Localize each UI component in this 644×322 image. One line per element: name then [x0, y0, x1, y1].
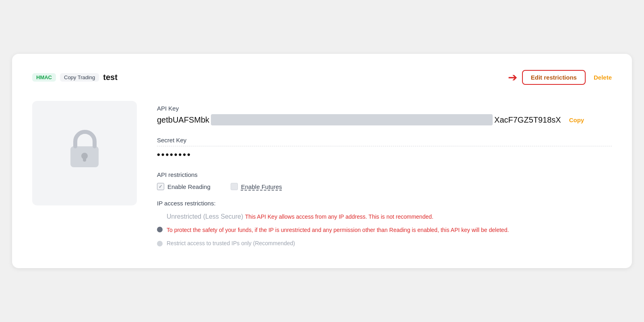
- details-section: API Key getbUAFSMbk XacF7GZ5T918sX Copy …: [157, 101, 612, 252]
- ip-restrict-radio[interactable]: [157, 241, 163, 246]
- api-key-start: getbUAFSMbk: [157, 115, 209, 125]
- secret-key-section: Secret Key ••••••••: [157, 137, 612, 160]
- secret-key-value: ••••••••: [157, 150, 612, 160]
- api-restrictions-label: API restrictions: [157, 171, 612, 178]
- ip-restrict-option: Restrict access to trusted IPs only (Rec…: [157, 240, 612, 246]
- ip-unrestricted-text: Unrestricted (Less Secure) This API Key …: [167, 213, 433, 220]
- main-card: HMAC Copy Trading test ➔ Edit restrictio…: [12, 54, 632, 268]
- enable-reading-checkbox[interactable]: ✓: [157, 183, 164, 190]
- badge-hmac: HMAC: [32, 73, 56, 82]
- header-right: ➔ Edit restrictions Delete: [508, 70, 612, 85]
- enable-reading-item: ✓ Enable Reading: [157, 183, 211, 190]
- api-key-end: XacF7GZ5T918sX: [494, 115, 561, 125]
- enable-futures-label: Enable Futures: [241, 183, 282, 190]
- enable-futures-checkbox[interactable]: [231, 183, 238, 190]
- ip-safety-radio[interactable]: [157, 227, 163, 232]
- secret-key-divider: [157, 146, 612, 146]
- badge-copy-trading: Copy Trading: [60, 73, 99, 82]
- lock-icon: [66, 129, 103, 177]
- lock-box: [32, 101, 137, 205]
- ip-unrestricted-label: Unrestricted (Less Secure): [167, 213, 243, 220]
- ip-unrestricted-warning: This API Key allows access from any IP a…: [245, 213, 433, 220]
- ip-unrestricted-spacer: [157, 214, 163, 219]
- ip-access-section: IP access restrictions: Unrestricted (Le…: [157, 200, 612, 246]
- enable-reading-label: Enable Reading: [167, 183, 211, 190]
- key-name: test: [103, 73, 118, 82]
- copy-api-key-button[interactable]: Copy: [569, 117, 584, 123]
- ip-safety-warning-text: To protect the safety of your funds, if …: [167, 226, 509, 234]
- card-header: HMAC Copy Trading test ➔ Edit restrictio…: [32, 70, 612, 85]
- restrictions-checks: ✓ Enable Reading Enable Futures: [157, 183, 612, 190]
- ip-unrestricted-option: Unrestricted (Less Secure) This API Key …: [157, 213, 612, 220]
- api-key-section: API Key getbUAFSMbk XacF7GZ5T918sX Copy: [157, 105, 612, 125]
- arrow-icon: ➔: [508, 71, 517, 84]
- enable-futures-item: Enable Futures: [231, 183, 282, 190]
- edit-restrictions-button[interactable]: Edit restrictions: [522, 70, 586, 85]
- api-key-row: getbUAFSMbk XacF7GZ5T918sX Copy: [157, 114, 612, 125]
- ip-access-title: IP access restrictions:: [157, 200, 612, 207]
- svg-rect-2: [83, 156, 86, 162]
- ip-restrict-label: Restrict access to trusted IPs only (Rec…: [167, 240, 295, 246]
- delete-button[interactable]: Delete: [594, 74, 612, 81]
- ip-safety-option: To protect the safety of your funds, if …: [157, 226, 612, 234]
- api-key-label: API Key: [157, 105, 612, 112]
- main-content: API Key getbUAFSMbk XacF7GZ5T918sX Copy …: [32, 101, 612, 252]
- arrow-container: ➔ Edit restrictions: [508, 70, 586, 85]
- secret-key-label: Secret Key: [157, 137, 612, 144]
- api-restrictions-section: API restrictions ✓ Enable Reading Enable…: [157, 171, 612, 190]
- api-key-value: getbUAFSMbk XacF7GZ5T918sX: [157, 114, 561, 125]
- api-key-blur: [211, 114, 493, 125]
- header-left: HMAC Copy Trading test: [32, 73, 118, 82]
